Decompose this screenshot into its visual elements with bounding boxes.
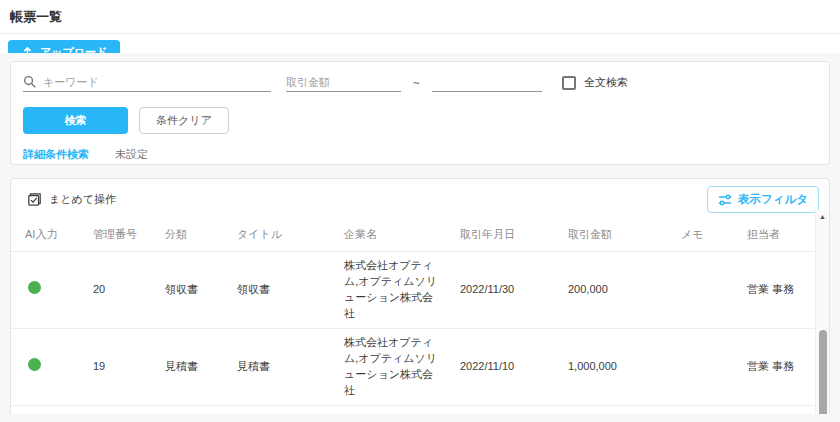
cell-id: 20 [79, 252, 151, 329]
filter-sliders-icon [718, 193, 732, 207]
cell-title: 注文書 [223, 405, 330, 414]
display-filter-button[interactable]: 表示フィルタ [707, 186, 819, 213]
table-panel: まとめて操作 表示フィルタ AI入力 [10, 178, 830, 414]
table-row[interactable]: 18 注文書 注文書 株式会社オプティム,オプティムソリューション株式会社 20… [11, 405, 815, 414]
table-row[interactable]: 19 見積書 見積書 株式会社オプティム,オプティムソリューション株式会社 20… [11, 328, 815, 405]
amount-to-field[interactable] [432, 76, 542, 92]
table-scrollbar[interactable]: ▲ [815, 210, 829, 414]
cell-id: 18 [79, 405, 151, 414]
advanced-search-status: 未設定 [115, 147, 148, 162]
fulltext-search-option[interactable]: 全文検索 [562, 75, 628, 92]
cell-company: 株式会社オプティム,オプティムソリューション株式会社 [330, 252, 446, 329]
amount-from-input[interactable] [286, 76, 401, 88]
cell-person: 営業 事務 [733, 405, 815, 414]
documents-table: AI入力 管理番号 分類 タイトル 企業名 取引年月日 取引金額 メモ 担当者 … [11, 219, 815, 414]
content-area: ~ 全文検索 検索 条件クリア 詳細条件検索 未設定 [0, 53, 840, 422]
scrollbar-thumb[interactable] [819, 330, 827, 414]
range-separator: ~ [413, 76, 420, 92]
fulltext-label: 全文検索 [584, 75, 628, 90]
column-header-company: 企業名 [330, 219, 446, 252]
column-header-id: 管理番号 [79, 219, 151, 252]
cell-company: 株式会社オプティム,オプティムソリューション株式会社 [330, 405, 446, 414]
bulk-action-label: まとめて操作 [49, 192, 116, 207]
bulk-action-button[interactable]: まとめて操作 [27, 192, 116, 207]
divider [0, 33, 840, 34]
search-button[interactable]: 検索 [23, 107, 128, 134]
cell-category: 見積書 [151, 328, 223, 405]
table-row[interactable]: 20 領収書 領収書 株式会社オプティム,オプティムソリューション株式会社 20… [11, 252, 815, 329]
cell-person: 営業 事務 [733, 328, 815, 405]
amount-from-field[interactable] [286, 76, 401, 92]
column-header-date: 取引年月日 [446, 219, 554, 252]
table-header-row: AI入力 管理番号 分類 タイトル 企業名 取引年月日 取引金額 メモ 担当者 [11, 219, 815, 252]
fulltext-checkbox[interactable] [562, 76, 576, 90]
cell-company: 株式会社オプティム,オプティムソリューション株式会社 [330, 328, 446, 405]
cell-memo [667, 252, 733, 329]
cell-title: 見積書 [223, 328, 330, 405]
ai-status-dot [28, 281, 41, 294]
cell-category: 領収書 [151, 252, 223, 329]
cell-memo [667, 328, 733, 405]
cell-memo [667, 405, 733, 414]
display-filter-label: 表示フィルタ [738, 192, 808, 207]
advanced-search-link[interactable]: 詳細条件検索 [23, 147, 89, 162]
column-header-person: 担当者 [733, 219, 815, 252]
keyword-input[interactable] [43, 76, 271, 88]
amount-to-input[interactable] [432, 76, 542, 88]
cell-amount: 550,000 [554, 405, 667, 414]
scroll-up-arrow[interactable]: ▲ [816, 210, 829, 224]
cell-amount: 1,000,000 [554, 328, 667, 405]
ai-status-dot [28, 358, 41, 371]
cell-id: 19 [79, 328, 151, 405]
column-header-amount: 取引金額 [554, 219, 667, 252]
cell-category: 注文書 [151, 405, 223, 414]
cell-date: 2022/11/30 [446, 252, 554, 329]
column-header-category: 分類 [151, 219, 223, 252]
search-panel: ~ 全文検索 検索 条件クリア 詳細条件検索 未設定 [10, 61, 830, 165]
page-title: 帳票一覧 [10, 8, 830, 26]
bulk-select-icon [27, 192, 42, 207]
cell-person: 営業 事務 [733, 252, 815, 329]
column-header-ai: AI入力 [11, 219, 79, 252]
clear-conditions-button[interactable]: 条件クリア [139, 107, 229, 134]
keyword-field[interactable] [23, 75, 271, 92]
cell-title: 領収書 [223, 252, 330, 329]
column-header-title: タイトル [223, 219, 330, 252]
cell-date: 2022/12/01 [446, 405, 554, 414]
cell-amount: 200,000 [554, 252, 667, 329]
column-header-memo: メモ [667, 219, 733, 252]
search-icon [23, 75, 36, 88]
cell-date: 2022/11/10 [446, 328, 554, 405]
